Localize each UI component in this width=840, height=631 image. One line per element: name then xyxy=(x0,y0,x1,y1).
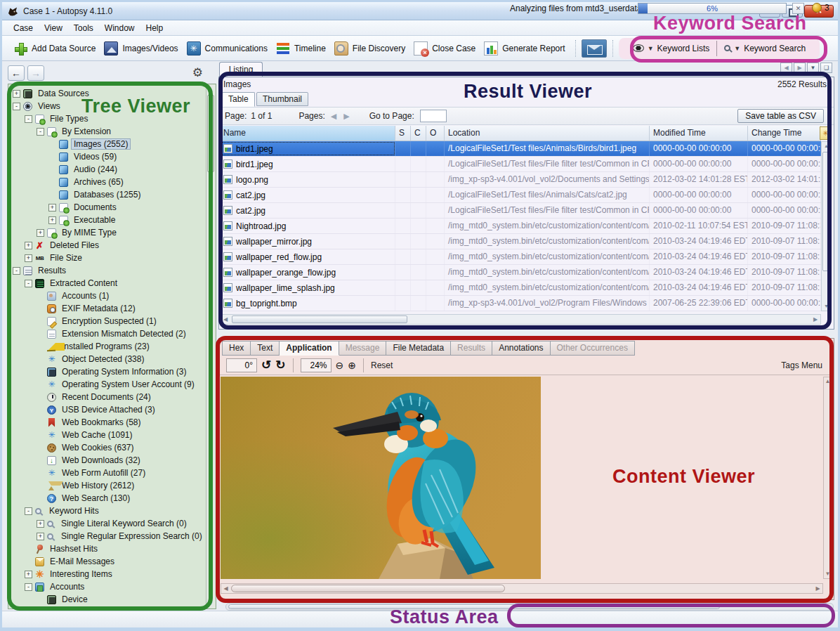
prev-page-icon[interactable]: ◀ xyxy=(329,112,338,121)
content-tab-text[interactable]: Text xyxy=(251,341,280,356)
back-arrow-icon[interactable]: ← xyxy=(8,65,25,81)
tree-item-device[interactable]: Device xyxy=(8,593,206,606)
menu-view[interactable]: View xyxy=(39,22,68,34)
keyword-search-button[interactable]: ▼ Keyword Search xyxy=(717,44,813,53)
tree-item-file-types[interactable]: -File Types xyxy=(8,112,206,125)
table-horizontal-scrollbar[interactable]: ◀ ▶ xyxy=(220,314,821,325)
tree-item-databases-1255[interactable]: Databases (1255) xyxy=(8,188,206,201)
expand-icon[interactable]: + xyxy=(37,229,44,237)
expand-icon[interactable]: + xyxy=(25,242,32,249)
rotate-right-icon[interactable]: ↻ xyxy=(275,358,285,372)
tree-item-operating-system-user-account-9[interactable]: Operating System User Account (9) xyxy=(8,378,206,391)
tree-item-by-mime-type[interactable]: +By MIME Type xyxy=(8,226,206,239)
file-discovery-button[interactable]: File Discovery xyxy=(330,39,409,58)
scroll-down-icon[interactable]: ▼ xyxy=(824,570,832,578)
tree-item-videos-59[interactable]: Videos (59) xyxy=(8,150,206,163)
gear-icon[interactable]: ⚙ xyxy=(188,65,207,81)
scroll-tabs-left-icon[interactable]: ◀ xyxy=(780,63,792,73)
tree-item-extension-mismatch-detected-2[interactable]: Extension Mismatch Detected (2) xyxy=(8,327,206,340)
images-videos-button[interactable]: Images/Videos xyxy=(100,39,182,58)
tree-item-web-search-130[interactable]: Web Search (130) xyxy=(8,492,206,505)
table-row[interactable]: wallpaper_mirror.jpg/img_mtd0_system.bin… xyxy=(220,234,821,249)
tree-item-web-bookmarks-58[interactable]: Web Bookmarks (58) xyxy=(8,416,206,429)
listing-tab[interactable]: Listing xyxy=(219,62,263,77)
tags-menu-button[interactable]: Tags Menu xyxy=(781,360,822,370)
close-case-button[interactable]: Close Case xyxy=(409,39,480,58)
tab-table[interactable]: Table xyxy=(222,92,255,107)
tree-item-executable[interactable]: +Executable xyxy=(8,214,206,226)
table-row[interactable]: bg_topright.bmp/img_xp-sp3-v4.001/vol_vo… xyxy=(220,296,821,311)
scroll-left-icon[interactable]: ◀ xyxy=(221,315,230,324)
collapse-icon[interactable]: - xyxy=(13,103,20,110)
timeline-button[interactable]: Timeline xyxy=(272,39,330,58)
tree-item-web-cookies-637[interactable]: Web Cookies (637) xyxy=(8,441,206,454)
tree-item-exif-metadata-12[interactable]: EXIF Metadata (12) xyxy=(8,302,206,315)
background-tasks-icon[interactable]: ✕ xyxy=(792,3,804,14)
tree-item-encryption-suspected-1[interactable]: Encryption Suspected (1) xyxy=(8,315,206,327)
column-header-c[interactable]: C xyxy=(411,126,426,141)
tree-item-single-regular-expression-search-0[interactable]: +Single Regular Expression Search (0) xyxy=(8,530,206,542)
scroll-right-icon[interactable]: ▶ xyxy=(813,584,822,593)
tab-list-dropdown-icon[interactable]: ▼ xyxy=(807,63,819,73)
tree-item-documents[interactable]: +Documents xyxy=(8,201,206,214)
tree-item-images-2552[interactable]: Images (2552) xyxy=(8,138,206,150)
table-row[interactable]: bird1.jpeg/LogicalFileSet1/Test files/An… xyxy=(220,141,821,157)
outer-horizontal-scrollbar[interactable] xyxy=(225,603,834,611)
tree-item-archives-65[interactable]: Archives (65) xyxy=(8,176,206,188)
scroll-up-icon[interactable]: ▲ xyxy=(822,142,831,150)
tree-item-file-size[interactable]: +File Size xyxy=(8,252,206,264)
content-tab-file-metadata[interactable]: File Metadata xyxy=(386,341,451,356)
tree-item-interesting-items[interactable]: +Interesting Items xyxy=(8,568,206,580)
zoom-out-icon[interactable]: ⊖ xyxy=(336,360,344,371)
tree-item-data-sources[interactable]: +Data Sources xyxy=(8,87,206,100)
menu-help[interactable]: Help xyxy=(140,22,169,34)
communications-button[interactable]: Communications xyxy=(183,39,272,58)
scroll-up-icon[interactable]: ▲ xyxy=(206,85,215,94)
expand-icon[interactable]: + xyxy=(25,254,32,262)
table-row[interactable]: wallpaper_orange_flow.jpg/img_mtd0_syste… xyxy=(220,265,821,280)
column-header-o[interactable]: O xyxy=(426,126,445,141)
table-row[interactable]: cat2.jpg/LogicalFileSet1/Test files/File… xyxy=(220,203,821,219)
table-row[interactable]: logo.png/img_xp-sp3-v4.001/vol_vol2/Docu… xyxy=(220,172,821,188)
expand-icon[interactable]: + xyxy=(13,90,20,98)
content-tab-application[interactable]: Application xyxy=(280,341,339,356)
content-vertical-scrollbar[interactable]: ▲ ▼ xyxy=(823,377,832,579)
menu-tools[interactable]: Tools xyxy=(68,22,99,34)
forward-arrow-icon[interactable]: → xyxy=(27,65,44,81)
content-horizontal-scrollbar[interactable]: ◀ ▶ xyxy=(221,583,823,594)
keyword-lists-button[interactable]: ▼ Keyword Lists xyxy=(626,44,717,53)
table-row[interactable]: Nightroad.jpg/img_mtd0_system.bin/etc/cu… xyxy=(220,219,821,234)
tree-item-operating-system-information-3[interactable]: Operating System Information (3) xyxy=(8,365,206,378)
tree-item-usb-device-attached-3[interactable]: USB Device Attached (3) xyxy=(8,403,206,416)
tree-item-web-history-2612[interactable]: Web History (2612) xyxy=(8,479,206,492)
expand-icon[interactable]: + xyxy=(48,204,56,212)
tree-vertical-scrollbar[interactable]: ▲ ▼ xyxy=(206,85,215,608)
scroll-left-icon[interactable]: ◀ xyxy=(221,584,230,593)
column-header-s[interactable]: S xyxy=(395,126,411,141)
scroll-up-icon[interactable]: ▲ xyxy=(824,377,832,386)
scrollbar-thumb[interactable] xyxy=(231,585,505,592)
task-count-indicator[interactable]: 3 xyxy=(812,3,829,13)
rotation-field[interactable] xyxy=(226,358,257,372)
tree-item-single-literal-keyword-search-0[interactable]: +Single Literal Keyword Search (0) xyxy=(8,517,206,530)
scroll-right-icon[interactable]: ▶ xyxy=(811,315,820,324)
table-row[interactable]: bird1.jpeg/LogicalFileSet1/Test files/Fi… xyxy=(220,157,821,172)
tree-item-web-downloads-32[interactable]: Web Downloads (32) xyxy=(8,454,206,467)
table-vertical-scrollbar[interactable]: ▲ ▼ xyxy=(821,141,832,311)
scrollbar-thumb[interactable] xyxy=(228,604,720,609)
expand-icon[interactable]: + xyxy=(25,571,32,578)
tree-item-results[interactable]: -Results xyxy=(8,264,206,277)
content-tab-hex[interactable]: Hex xyxy=(222,341,251,356)
goto-page-input[interactable] xyxy=(420,110,447,122)
scroll-tabs-right-icon[interactable]: ▶ xyxy=(794,63,806,73)
table-row[interactable]: wallpaper_lime_splash.jpg/img_mtd0_syste… xyxy=(220,280,821,296)
tree-item-installed-programs-23[interactable]: Installed Programs (23) xyxy=(8,340,206,353)
tree-item-web-form-autofill-27[interactable]: Web Form Autofill (27) xyxy=(8,467,206,479)
expand-icon[interactable]: + xyxy=(37,533,44,540)
generate-report-button[interactable]: Generate Report xyxy=(480,39,569,58)
tree-item-deleted-files[interactable]: +Deleted Files xyxy=(8,239,206,252)
zoom-in-icon[interactable]: ⊕ xyxy=(348,360,356,371)
tree-item-extracted-content[interactable]: -Extracted Content xyxy=(8,277,206,290)
tab-thumbnail[interactable]: Thumbnail xyxy=(256,92,308,106)
content-tab-annotations[interactable]: Annotations xyxy=(492,341,550,356)
